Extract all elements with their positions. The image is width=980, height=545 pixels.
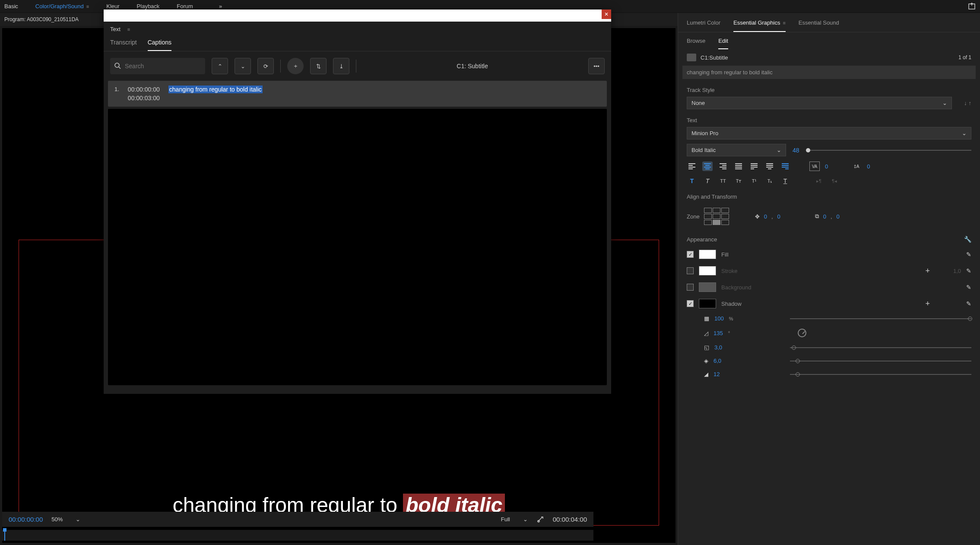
- font-style-dropdown[interactable]: Bold Italic⌄: [687, 144, 786, 156]
- caption-text-preview[interactable]: changing from regular to bold italic: [682, 66, 976, 79]
- background-color-swatch[interactable]: [699, 282, 716, 292]
- resolution-dropdown[interactable]: Full⌄: [501, 516, 528, 523]
- align-right-icon[interactable]: [718, 162, 728, 171]
- workspace-playback[interactable]: Playback: [137, 3, 160, 10]
- search-input[interactable]: [125, 63, 201, 70]
- align-left-icon[interactable]: [687, 162, 697, 171]
- background-checkbox[interactable]: [687, 284, 694, 291]
- ltr-icon[interactable]: ▸¶: [814, 176, 824, 186]
- caption-row[interactable]: 1. 00:00:00:00 00:00:03:00 changing from…: [108, 81, 607, 107]
- position-y[interactable]: 0: [777, 213, 780, 220]
- scale-y[interactable]: 0: [837, 213, 840, 220]
- push-down-icon[interactable]: ↓: [964, 100, 967, 106]
- shadow-eyedropper-icon[interactable]: ✎: [966, 300, 971, 307]
- svg-point-2: [115, 63, 119, 67]
- rtl-icon[interactable]: ¶◂: [829, 176, 840, 186]
- zone-grid[interactable]: [704, 208, 729, 225]
- next-result-button[interactable]: ⌄: [235, 58, 251, 74]
- workspace-basic[interactable]: Basic: [4, 3, 18, 10]
- shadow-add-icon[interactable]: +: [925, 299, 930, 308]
- stroke-checkbox[interactable]: [687, 267, 694, 274]
- current-timecode[interactable]: 00:00:00:00: [9, 516, 43, 523]
- tracking-value[interactable]: 0: [825, 163, 828, 170]
- export-icon[interactable]: [968, 3, 976, 10]
- shadow-blur-slider[interactable]: [790, 374, 971, 375]
- stroke-eyedropper-icon[interactable]: ✎: [966, 267, 971, 274]
- merge-caption-button[interactable]: ⤓: [333, 58, 349, 74]
- leading-value[interactable]: 0: [867, 163, 870, 170]
- all-caps-icon[interactable]: TT: [718, 176, 728, 186]
- workspace-color-graph-sound[interactable]: Color/Graph/Sound≡: [35, 3, 89, 10]
- shadow-checkbox[interactable]: ✓: [687, 300, 694, 307]
- subscript-icon[interactable]: T₁: [764, 176, 775, 186]
- text-panel-menu-icon[interactable]: ≡: [127, 27, 130, 32]
- faux-italic-icon[interactable]: T: [702, 176, 713, 186]
- caption-text-selected[interactable]: changing from regular to bold italic: [168, 86, 263, 93]
- playhead[interactable]: [4, 530, 5, 541]
- underline-icon[interactable]: T: [780, 176, 790, 186]
- caption-options-button[interactable]: •••: [588, 58, 605, 74]
- chevron-down-icon: ⌄: [241, 63, 245, 70]
- replace-button[interactable]: ⟳: [257, 58, 274, 74]
- shadow-distance-slider[interactable]: [790, 347, 971, 348]
- search-box[interactable]: [110, 58, 205, 74]
- tab-transcript[interactable]: Transcript: [110, 39, 137, 51]
- prev-result-button[interactable]: ⌃: [212, 58, 228, 74]
- align-justify-last-left-icon[interactable]: [749, 162, 759, 171]
- track-style-dropdown[interactable]: None⌄: [687, 97, 952, 109]
- push-up-icon[interactable]: ↑: [969, 100, 972, 106]
- shadow-distance-value[interactable]: 3,0: [714, 344, 722, 351]
- workspace-forum[interactable]: Forum: [177, 3, 193, 10]
- workspace-menu-icon[interactable]: ≡: [86, 4, 89, 9]
- shadow-angle-value[interactable]: 135: [714, 330, 723, 336]
- fill-eyedropper-icon[interactable]: ✎: [966, 251, 971, 258]
- settings-icon[interactable]: [536, 516, 544, 523]
- appearance-settings-icon[interactable]: 🔧: [964, 236, 971, 243]
- caption-list-empty-area: [108, 109, 607, 385]
- align-justify-icon[interactable]: [733, 162, 744, 171]
- stroke-color-swatch[interactable]: [699, 266, 716, 276]
- tab-captions[interactable]: Captions: [148, 39, 171, 51]
- caption-out-timecode[interactable]: 00:00:03:00: [128, 95, 160, 101]
- fill-checkbox[interactable]: ✓: [687, 251, 694, 258]
- superscript-icon[interactable]: T¹: [749, 176, 759, 186]
- shadow-blur-value[interactable]: 12: [714, 371, 720, 377]
- shadow-opacity-slider[interactable]: [790, 318, 971, 319]
- program-timeline[interactable]: [2, 530, 593, 541]
- shadow-opacity-value[interactable]: 100: [714, 315, 724, 322]
- text-panel-titlebar[interactable]: ✕: [104, 10, 611, 22]
- tab-essential-graphics[interactable]: Essential Graphics≡: [733, 19, 786, 32]
- workspace-kleur[interactable]: Kleur: [106, 3, 119, 10]
- font-family-dropdown[interactable]: Minion Pro⌄: [687, 127, 971, 139]
- caption-in-timecode[interactable]: 00:00:00:00: [128, 86, 160, 93]
- font-size-value[interactable]: 48: [793, 147, 799, 154]
- stroke-add-icon[interactable]: +: [925, 266, 930, 276]
- align-justify-last-right-icon[interactable]: [780, 162, 790, 171]
- subtab-edit[interactable]: Edit: [718, 38, 728, 49]
- panel-menu-icon[interactable]: ≡: [783, 20, 785, 25]
- tab-lumetri-color[interactable]: Lumetri Color: [687, 19, 720, 32]
- align-center-icon[interactable]: [702, 162, 713, 171]
- split-caption-button[interactable]: ⇅: [310, 58, 327, 74]
- subtab-browse[interactable]: Browse: [687, 38, 705, 49]
- caption-layer-name[interactable]: C1:Subtitle: [701, 54, 728, 61]
- faux-bold-icon[interactable]: T: [687, 176, 697, 186]
- stroke-width-value[interactable]: 1,0: [953, 268, 961, 274]
- background-eyedropper-icon[interactable]: ✎: [966, 284, 971, 291]
- scale-x[interactable]: 0: [823, 213, 826, 220]
- shadow-angle-dial[interactable]: [798, 329, 806, 337]
- position-x[interactable]: 0: [764, 213, 767, 220]
- zoom-dropdown[interactable]: 50%⌄: [51, 516, 80, 523]
- shadow-size-slider[interactable]: [790, 361, 971, 361]
- font-size-slider[interactable]: [806, 150, 971, 151]
- close-button[interactable]: ✕: [602, 10, 611, 19]
- workspace-overflow-icon[interactable]: »: [219, 3, 222, 10]
- align-transform-label: Align and Transform: [678, 186, 980, 203]
- tab-essential-sound[interactable]: Essential Sound: [799, 19, 839, 32]
- fill-color-swatch[interactable]: [699, 250, 716, 259]
- shadow-size-value[interactable]: 6,0: [714, 358, 721, 364]
- shadow-color-swatch[interactable]: [699, 299, 716, 308]
- small-caps-icon[interactable]: Tᴛ: [733, 176, 744, 186]
- add-caption-button[interactable]: ＋: [287, 58, 304, 74]
- align-justify-last-center-icon[interactable]: [764, 162, 775, 171]
